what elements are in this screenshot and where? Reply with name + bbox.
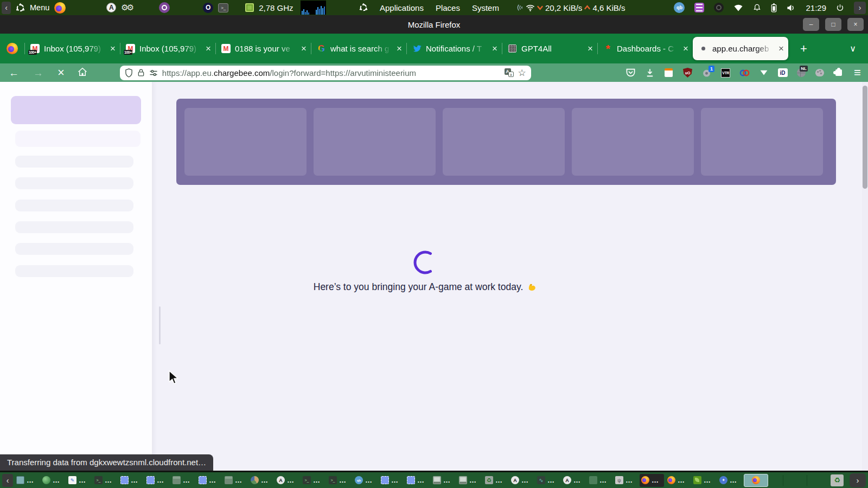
- app-indicator-icon[interactable]: [714, 3, 724, 12]
- ideal-extension-icon[interactable]: iD: [777, 68, 788, 78]
- tab-close-icon[interactable]: ×: [301, 43, 307, 54]
- vtr-extension-icon[interactable]: VTR: [720, 68, 731, 78]
- taskbar-window-button[interactable]: …: [275, 474, 299, 487]
- browser-tab[interactable]: M G * app.eu.chargeb ×: [693, 37, 788, 60]
- scrollbar-thumb[interactable]: [863, 86, 867, 189]
- notifications-bell-icon[interactable]: [753, 3, 761, 12]
- tab-close-icon[interactable]: ×: [110, 43, 116, 54]
- distro-logo-icon[interactable]: [16, 3, 25, 12]
- taskbar-window-button[interactable]: …: [379, 474, 404, 487]
- pocket-icon[interactable]: [626, 68, 636, 78]
- power-icon[interactable]: [836, 4, 844, 12]
- taskbar-window-button[interactable]: …: [405, 474, 430, 487]
- taskbar-window-button[interactable]: …: [327, 474, 352, 487]
- taskbar-window-button[interactable]: …: [718, 474, 742, 487]
- stop-button[interactable]: ×: [58, 67, 65, 79]
- system-menu-item[interactable]: System: [472, 3, 499, 12]
- tab-close-icon[interactable]: ×: [778, 43, 784, 54]
- taskbar-window-button[interactable]: …: [197, 474, 221, 487]
- applications-menu-icon[interactable]: [359, 3, 368, 12]
- browser-tab[interactable]: M G * 100+ Inbox (105,979) ×: [24, 34, 120, 63]
- new-tab-button[interactable]: +: [796, 40, 812, 58]
- triangle-extension-icon[interactable]: [758, 68, 769, 78]
- browser-tab[interactable]: M G * Dashboards - C ×: [597, 34, 693, 63]
- translate-icon[interactable]: A a: [505, 68, 514, 77]
- app-search-icon[interactable]: A: [106, 3, 116, 12]
- taskbar-window-button[interactable]: …: [640, 474, 664, 487]
- browser-tab[interactable]: M G * GPT4All ×: [502, 34, 597, 63]
- trash-applet-button[interactable]: ♻: [831, 474, 844, 486]
- qbittorrent-tray-icon[interactable]: qb: [674, 2, 685, 13]
- link-rings-extension-icon[interactable]: [739, 68, 750, 78]
- cookie-manager-extension-icon[interactable]: [814, 68, 825, 78]
- browser-tab[interactable]: M G * 0188 is your ve ×: [215, 34, 311, 63]
- extension-with-badge-icon[interactable]: 1: [701, 68, 712, 78]
- taskbar-window-button[interactable]: …: [353, 474, 378, 487]
- close-button[interactable]: ×: [847, 18, 864, 31]
- clock[interactable]: 21:29: [806, 3, 826, 12]
- ublock-origin-icon[interactable]: uO: [682, 68, 693, 78]
- taskbar-scroll-left-button[interactable]: ‹: [2, 474, 13, 487]
- settings-gears-icon[interactable]: ⚙⚙: [121, 3, 132, 12]
- taskbar-window-button[interactable]: …: [145, 474, 169, 487]
- tab-close-icon[interactable]: ×: [492, 43, 497, 54]
- translate-nl-extension-icon[interactable]: NL: [796, 68, 806, 78]
- volume-icon[interactable]: [787, 4, 796, 12]
- terminal-icon[interactable]: >_: [218, 3, 228, 12]
- taskbar-window-button[interactable]: …: [588, 474, 612, 487]
- taskbar-scroll-right-button[interactable]: ›: [850, 473, 866, 487]
- permissions-icon[interactable]: [149, 69, 158, 77]
- browser-tab[interactable]: M G * 100+ Inbox (105,979) ×: [120, 34, 215, 63]
- taskbar-window-button[interactable]: …: [223, 474, 247, 487]
- forward-button[interactable]: →: [33, 68, 43, 78]
- maximize-button[interactable]: □: [825, 18, 841, 31]
- taskbar-window-button[interactable]: …: [41, 474, 65, 487]
- taskbar-window-button[interactable]: …: [535, 474, 560, 487]
- taskbar-window-button[interactable]: …: [67, 474, 91, 487]
- wifi-tray-icon[interactable]: [733, 4, 743, 12]
- taskbar-window-button[interactable]: …: [666, 474, 690, 487]
- list-all-tabs-button[interactable]: ∨: [845, 41, 860, 56]
- opera-browser-icon[interactable]: O: [203, 3, 213, 13]
- panel-collapse-right-button[interactable]: ›: [854, 2, 866, 14]
- minimize-button[interactable]: –: [803, 18, 819, 31]
- network-graph-icon[interactable]: [301, 1, 326, 15]
- taskbar-window-button[interactable]: …: [744, 474, 768, 487]
- browser-tab[interactable]: M G * what is search g ×: [311, 34, 406, 63]
- taskbar-window-button[interactable]: …: [171, 474, 195, 487]
- notes-extension-icon[interactable]: [663, 68, 674, 78]
- tab-close-icon[interactable]: ×: [588, 43, 593, 54]
- bookmark-star-icon[interactable]: ☆: [518, 67, 526, 79]
- home-button[interactable]: [78, 67, 87, 78]
- tab-close-icon[interactable]: ×: [683, 43, 688, 54]
- shield-icon[interactable]: [125, 68, 133, 78]
- taskbar-window-button[interactable]: …: [93, 474, 117, 487]
- taskbar-window-button[interactable]: …: [483, 474, 508, 487]
- browser-tab[interactable]: M G * Notifications / T ×: [406, 34, 502, 63]
- taskbar-window-button[interactable]: …: [692, 474, 716, 487]
- taskbar-window-button[interactable]: …: [509, 474, 534, 487]
- tab-close-icon[interactable]: ×: [206, 43, 211, 54]
- battery-icon[interactable]: [771, 3, 777, 12]
- taskbar-window-button[interactable]: …: [431, 474, 456, 487]
- sidebar-resize-handle[interactable]: [159, 306, 161, 344]
- back-button[interactable]: ←: [9, 68, 19, 78]
- app-menu-icon[interactable]: ≡: [852, 68, 863, 78]
- panel-collapse-left-button[interactable]: ‹: [2, 2, 11, 14]
- tor-browser-icon[interactable]: [159, 2, 170, 13]
- taskbar-window-button[interactable]: …: [457, 474, 482, 487]
- downloads-icon[interactable]: [644, 68, 655, 78]
- url-text[interactable]: https://app.eu.chargebee.com/login?forwa…: [162, 68, 500, 78]
- system-menu-item[interactable]: Applications: [380, 3, 424, 12]
- taskbar-window-button[interactable]: …: [561, 474, 586, 487]
- volume-mixer-icon[interactable]: [694, 3, 704, 12]
- wifi-icon[interactable]: [526, 4, 535, 12]
- taskbar-window-button[interactable]: …: [301, 474, 326, 487]
- taskbar-window-button[interactable]: …: [15, 474, 39, 487]
- menu-button-label[interactable]: Menu: [30, 3, 49, 12]
- firefox-icon[interactable]: [54, 2, 66, 14]
- lock-icon[interactable]: [137, 68, 145, 77]
- taskbar-window-button[interactable]: …: [119, 474, 143, 487]
- taskbar-window-button[interactable]: …: [249, 474, 273, 487]
- url-bar[interactable]: https://app.eu.chargebee.com/login?forwa…: [120, 66, 531, 80]
